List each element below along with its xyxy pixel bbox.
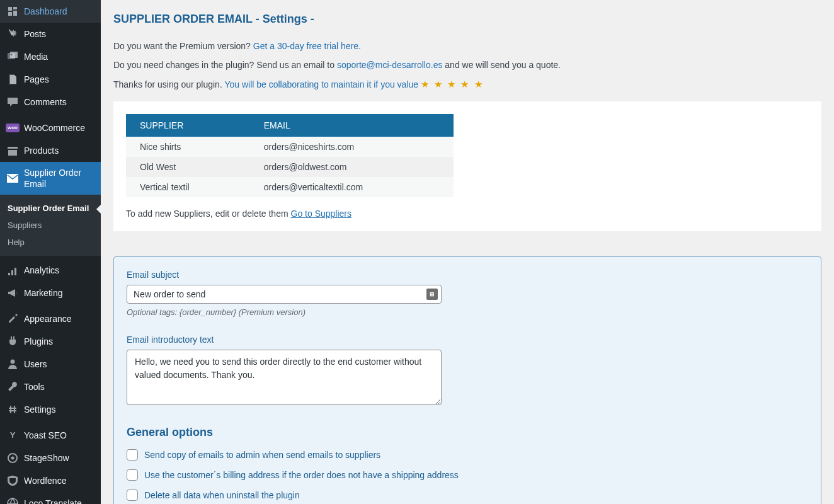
intro-text-textarea[interactable] bbox=[127, 350, 442, 405]
table-row: Vertical textilorders@verticaltextil.com bbox=[126, 177, 454, 197]
sidebar-item-label: Yoast SEO bbox=[24, 430, 96, 441]
checkbox-copy-admin[interactable] bbox=[127, 449, 138, 461]
sidebar-item-label: Loco Translate bbox=[24, 498, 96, 504]
sidebar-item-label: Dashboard bbox=[24, 6, 96, 17]
col-supplier: SUPPLIER bbox=[126, 114, 250, 137]
sidebar-item-posts[interactable]: Posts bbox=[0, 23, 101, 45]
go-to-suppliers-link[interactable]: Go to Suppliers bbox=[291, 209, 352, 219]
products-icon bbox=[6, 144, 19, 157]
wordfence-icon bbox=[6, 474, 19, 487]
sidebar-item-label: Products bbox=[24, 145, 96, 156]
sidebar-item-users[interactable]: Users bbox=[0, 353, 101, 375]
sidebar-item-label: Posts bbox=[24, 28, 96, 40]
supplier-name: Old West bbox=[126, 157, 250, 177]
intro-text-label: Email introductory text bbox=[127, 335, 808, 345]
sidebar-item-label: Supplier Order Email bbox=[24, 167, 96, 190]
sidebar-item-dashboard[interactable]: Dashboard bbox=[0, 0, 101, 23]
checkbox-label: Use the customer´s billing address if th… bbox=[144, 470, 459, 480]
sidebar-item-label: Media bbox=[24, 51, 96, 62]
pages-icon bbox=[6, 73, 19, 86]
supplier-email: orders@oldwest.com bbox=[250, 157, 454, 177]
sidebar-item-label: Users bbox=[24, 358, 96, 370]
sidebar-item-label: Appearance bbox=[24, 313, 96, 324]
supplier-email: orders@niceshirts.com bbox=[250, 137, 454, 157]
sidebar-item-wordfence[interactable]: Wordfence bbox=[0, 469, 101, 492]
marketing-icon bbox=[6, 287, 19, 299]
page-title: SUPPLIER ORDER EMAIL - Settings - bbox=[113, 0, 821, 32]
loco-icon bbox=[6, 497, 19, 504]
support-email-link[interactable]: soporte@mci-desarrollo.es bbox=[337, 60, 443, 70]
option-copy-admin: Send copy of emails to admin when send e… bbox=[127, 449, 808, 461]
premium-trial-link[interactable]: Get a 30-day free trial here. bbox=[253, 41, 361, 51]
supplier-order-email-icon bbox=[6, 172, 19, 185]
stageshow-icon bbox=[6, 452, 19, 464]
table-row: Nice shirtsorders@niceshirts.com bbox=[126, 137, 454, 157]
sidebar-item-supplier-order-email[interactable]: Supplier Order Email bbox=[0, 162, 101, 195]
sidebar-item-media[interactable]: Media bbox=[0, 45, 101, 68]
sidebar-item-label: Wordfence bbox=[24, 475, 96, 486]
svg-rect-0 bbox=[8, 175, 18, 182]
svg-point-3 bbox=[11, 457, 14, 460]
sidebar-submenu: Supplier Order EmailSuppliersHelp bbox=[0, 195, 101, 256]
sidebar-item-label: Comments bbox=[24, 96, 96, 108]
option-billing-addr: Use the customer´s billing address if th… bbox=[127, 469, 808, 481]
sidebar-item-label: Marketing bbox=[24, 287, 96, 299]
sidebar-item-marketing[interactable]: Marketing bbox=[0, 282, 101, 304]
supplier-name: Nice shirts bbox=[126, 137, 250, 157]
submenu-item-suppliers[interactable]: Suppliers bbox=[0, 217, 101, 234]
sidebar-item-plugins[interactable]: Plugins bbox=[0, 330, 101, 353]
sidebar-item-label: Settings bbox=[24, 404, 96, 415]
submenu-item-help[interactable]: Help bbox=[0, 234, 101, 251]
supplier-table: SUPPLIER EMAIL Nice shirtsorders@niceshi… bbox=[126, 114, 454, 197]
posts-icon bbox=[6, 28, 19, 40]
general-options-heading: General options bbox=[127, 426, 808, 439]
premium-prompt: Do you want the Premium version? bbox=[113, 41, 253, 51]
add-supplier-note: To add new Suppliers, edit or delete the… bbox=[126, 209, 809, 219]
table-row: Old Westorders@oldwest.com bbox=[126, 157, 454, 177]
collab-link[interactable]: You will be collaborating to maintain it… bbox=[224, 79, 421, 89]
settings-icon bbox=[6, 403, 19, 416]
sidebar-item-loco[interactable]: Loco Translate bbox=[0, 492, 101, 504]
changes-text-2: and we will send you a quote. bbox=[442, 60, 561, 70]
supplier-panel: SUPPLIER EMAIL Nice shirtsorders@niceshi… bbox=[113, 101, 821, 231]
rating-stars[interactable]: ★ ★ ★ ★ ★ bbox=[421, 79, 484, 89]
sidebar-item-products[interactable]: Products bbox=[0, 139, 101, 162]
sidebar-item-yoast[interactable]: YYoast SEO bbox=[0, 424, 101, 447]
sidebar-item-woocommerce[interactable]: wooWooCommerce bbox=[0, 117, 101, 139]
changes-text: Do you need changes in the plugin? Send … bbox=[113, 60, 337, 70]
users-icon bbox=[6, 358, 19, 370]
add-note-text: To add new Suppliers, edit or delete the… bbox=[126, 209, 291, 219]
sidebar-item-stageshow[interactable]: StageShow bbox=[0, 447, 101, 469]
email-subject-input[interactable] bbox=[127, 285, 442, 304]
comments-icon bbox=[6, 96, 19, 108]
tools-icon bbox=[6, 381, 19, 393]
col-email: EMAIL bbox=[250, 114, 454, 137]
sidebar-item-comments[interactable]: Comments bbox=[0, 91, 101, 113]
checkbox-delete-data[interactable] bbox=[127, 490, 138, 501]
svg-point-1 bbox=[11, 360, 15, 364]
admin-sidebar: DashboardPostsMediaPagesCommentswooWooCo… bbox=[0, 0, 101, 504]
sidebar-item-label: WooCommerce bbox=[24, 122, 96, 134]
checkbox-label: Delete all data when uninstall the plugi… bbox=[144, 490, 300, 500]
sidebar-item-label: StageShow bbox=[24, 452, 96, 464]
main-content: SUPPLIER ORDER EMAIL - Settings - Do you… bbox=[101, 0, 834, 504]
checkbox-billing-addr[interactable] bbox=[127, 469, 138, 481]
sidebar-item-pages[interactable]: Pages bbox=[0, 68, 101, 91]
translate-icon[interactable]: ⊞ bbox=[426, 289, 438, 300]
woocommerce-icon: woo bbox=[6, 122, 19, 134]
dashboard-icon bbox=[6, 5, 19, 18]
option-delete-data: Delete all data when uninstall the plugi… bbox=[127, 490, 808, 501]
sidebar-item-settings[interactable]: Settings bbox=[0, 398, 101, 421]
yoast-icon: Y bbox=[6, 429, 19, 442]
media-icon bbox=[6, 50, 19, 63]
plugins-icon bbox=[6, 335, 19, 348]
intro-text-block: Do you want the Premium version? Get a 3… bbox=[113, 41, 821, 90]
analytics-icon bbox=[6, 264, 19, 277]
sidebar-item-tools[interactable]: Tools bbox=[0, 375, 101, 398]
supplier-name: Vertical textil bbox=[126, 177, 250, 197]
sidebar-item-label: Pages bbox=[24, 74, 96, 85]
sidebar-item-analytics[interactable]: Analytics bbox=[0, 259, 101, 282]
sidebar-item-appearance[interactable]: Appearance bbox=[0, 307, 101, 330]
submenu-item-supplier-order-email[interactable]: Supplier Order Email bbox=[0, 200, 101, 217]
checkbox-label: Send copy of emails to admin when send e… bbox=[144, 450, 380, 460]
